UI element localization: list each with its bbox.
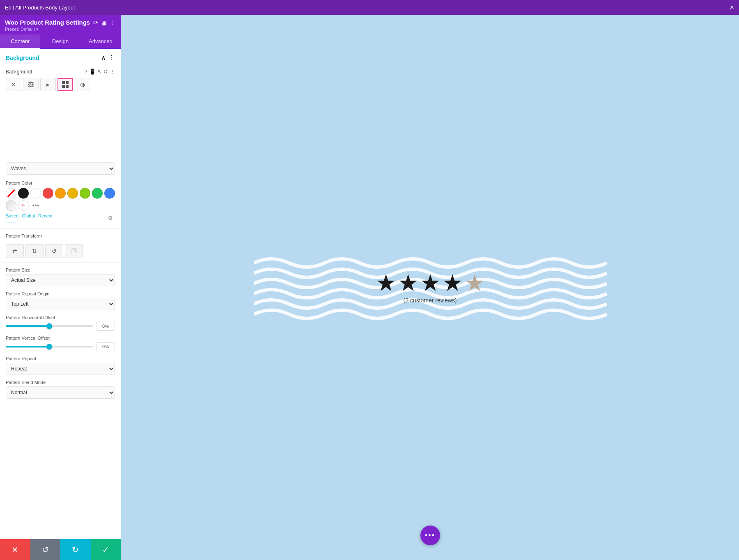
pattern-size-row: Pattern Size Actual Size Contain Cover C…	[0, 265, 121, 289]
more-swatches[interactable]: •••	[30, 202, 41, 209]
canvas-area: ★ ★ ★ ★ ★ (2 customer reviews) •••	[121, 15, 739, 560]
tabs: Content Design Advanced	[0, 34, 121, 49]
bg-type-none[interactable]: ✕	[6, 78, 21, 91]
svg-rect-2	[62, 85, 65, 88]
bg-row-icons: ? 📱 ↖ ↺ ⋮	[85, 69, 115, 75]
panel-header: Woo Product Rating Settings ⟳ ▦ ⋮ Preset…	[0, 15, 121, 34]
red-swatch[interactable]	[43, 188, 53, 199]
rating-overlay: ★ ★ ★ ★ ★ (2 customer reviews)	[376, 272, 485, 304]
svg-rect-1	[66, 81, 69, 84]
mobile-icon[interactable]: 📱	[89, 69, 96, 75]
bg-type-image[interactable]: 🖼	[23, 78, 39, 91]
svg-rect-3	[66, 85, 69, 88]
color-gear-icon[interactable]: ⚙	[106, 213, 115, 222]
bg-type-mask[interactable]: ◑	[75, 78, 90, 91]
pattern-blend-mode-row: Pattern Blend Mode Normal Multiply Scree…	[0, 377, 121, 401]
redo-button[interactable]: ↻	[60, 539, 91, 560]
collapse-icon[interactable]: ∧	[101, 54, 106, 62]
section-more-icon[interactable]: ⋮	[108, 54, 115, 62]
green-swatch[interactable]	[92, 188, 103, 199]
empty-area	[0, 94, 121, 160]
star-4: ★	[442, 272, 463, 295]
divider-2	[0, 262, 121, 263]
top-bar: Edit All Products Body Layout ×	[0, 0, 739, 15]
main-layout: Woo Product Rating Settings ⟳ ▦ ⋮ Preset…	[0, 15, 739, 560]
gradient-swatch[interactable]	[6, 200, 16, 211]
reset-icon[interactable]: ↺	[103, 69, 108, 75]
section-title: Background	[6, 55, 39, 61]
pattern-h-offset-row: Pattern Horizontal Offset	[0, 313, 121, 333]
left-panel: Woo Product Rating Settings ⟳ ▦ ⋮ Preset…	[0, 15, 121, 560]
pattern-repeat-row: Pattern Repeat Repeat Repeat X Repeat Y …	[0, 354, 121, 377]
undo-button[interactable]: ↺	[30, 539, 61, 560]
bg-label-row: Background ? 📱 ↖ ↺ ⋮	[0, 65, 121, 76]
pen-swatch[interactable]: ✏	[18, 200, 29, 211]
panel-preset[interactable]: Preset: Default ▾	[5, 27, 116, 32]
pattern-repeat-origin-row: Pattern Repeat Origin Top Left Top Cente…	[0, 289, 121, 313]
bg-type-video[interactable]: ▶	[40, 78, 56, 91]
save-button[interactable]: ✓	[91, 539, 121, 560]
layout-icon[interactable]: ▦	[101, 19, 107, 26]
cancel-button[interactable]: ✕	[0, 539, 30, 560]
color-swatches: ✏ •••	[6, 188, 115, 211]
star-3: ★	[420, 272, 441, 295]
more-icon[interactable]: ⋮	[110, 19, 116, 26]
copy-btn[interactable]: ❐	[65, 244, 83, 258]
fab-button[interactable]: •••	[420, 526, 440, 545]
close-icon[interactable]: ×	[730, 3, 734, 12]
v-offset-slider-row	[6, 342, 115, 351]
pattern-repeat-origin-label: Pattern Repeat Origin	[6, 291, 115, 296]
cursor-icon[interactable]: ↖	[97, 69, 102, 75]
help-icon[interactable]: ?	[85, 69, 87, 75]
pattern-transform-label: Pattern Transform	[6, 233, 115, 238]
bottom-bar: ✕ ↺ ↻ ✓	[0, 539, 121, 560]
rotate-btn[interactable]: ↺	[45, 244, 63, 258]
h-offset-input[interactable]	[96, 322, 115, 331]
pattern-size-select[interactable]: Actual Size Contain Cover Custom	[6, 274, 115, 286]
h-offset-slider-row	[6, 322, 115, 331]
panel-title-icons: ⟳ ▦ ⋮	[93, 19, 116, 26]
top-bar-title: Edit All Products Body Layout	[5, 5, 75, 11]
amber-swatch[interactable]	[55, 188, 66, 199]
pattern-color-label: Pattern Color	[6, 181, 115, 185]
review-text: (2 customer reviews)	[404, 297, 457, 304]
stars-row: ★ ★ ★ ★ ★	[376, 272, 485, 295]
white-swatch[interactable]	[30, 188, 41, 199]
tab-advanced[interactable]: Advanced	[80, 34, 121, 49]
divider-1	[0, 228, 121, 229]
color-tab-global[interactable]: Global	[22, 213, 35, 222]
h-offset-track[interactable]	[6, 325, 93, 327]
bg-type-pattern[interactable]	[57, 78, 73, 91]
pattern-dropdown-row: Waves Dots Lines Zigzag Checkers	[0, 160, 121, 177]
section-header: Background ∧ ⋮	[0, 49, 121, 65]
pattern-transform-label-row: Pattern Transform	[0, 231, 121, 242]
bg-more-icon[interactable]: ⋮	[110, 69, 115, 75]
tab-content[interactable]: Content	[0, 34, 40, 49]
pattern-repeat-label: Pattern Repeat	[6, 356, 115, 361]
flip-h-btn[interactable]: ⇄	[6, 244, 24, 258]
pattern-repeat-select[interactable]: Repeat Repeat X Repeat Y No Repeat	[6, 363, 115, 375]
black-swatch[interactable]	[18, 188, 29, 199]
color-tab-saved[interactable]: Saved	[6, 213, 18, 222]
section-header-icons: ∧ ⋮	[101, 54, 115, 62]
pattern-size-label: Pattern Size	[6, 267, 115, 272]
blue-swatch[interactable]	[104, 188, 115, 199]
flip-v-btn[interactable]: ⇅	[25, 244, 44, 258]
lime-swatch[interactable]	[80, 188, 90, 199]
star-1: ★	[376, 272, 396, 295]
tab-design[interactable]: Design	[40, 34, 80, 49]
v-offset-input[interactable]	[96, 342, 115, 351]
v-offset-track[interactable]	[6, 346, 93, 347]
sync-icon[interactable]: ⟳	[93, 19, 98, 26]
pattern-blend-mode-select[interactable]: Normal Multiply Screen Overlay Darken Li…	[6, 386, 115, 399]
transparent-swatch[interactable]	[6, 188, 16, 199]
pattern-blend-mode-label: Pattern Blend Mode	[6, 380, 115, 385]
pattern-select[interactable]: Waves Dots Lines Zigzag Checkers	[6, 162, 115, 175]
color-tab-recent[interactable]: Recent	[38, 213, 53, 222]
color-tabs: Saved Global Recent ⚙	[6, 213, 115, 222]
panel-content: Waves Dots Lines Zigzag Checkers Pattern…	[0, 94, 121, 539]
pattern-repeat-origin-select[interactable]: Top Left Top Center Top Right Center Bot…	[6, 298, 115, 310]
fab-dots: •••	[425, 531, 435, 540]
yellow-swatch[interactable]	[67, 188, 78, 199]
pattern-v-offset-label: Pattern Vertical Offset	[6, 336, 115, 341]
